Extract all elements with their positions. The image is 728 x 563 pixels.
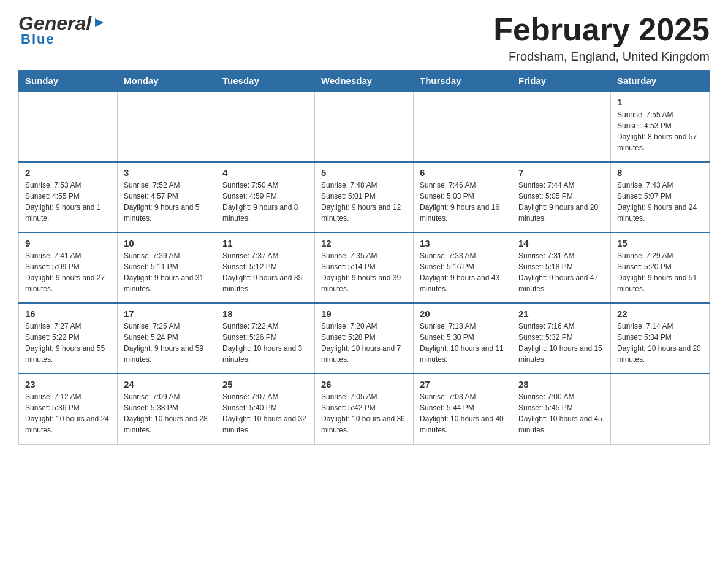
day-info: Sunrise: 7:35 AM Sunset: 5:14 PM Dayligh… xyxy=(321,250,407,294)
week-row-3: 9Sunrise: 7:41 AM Sunset: 5:09 PM Daylig… xyxy=(19,232,710,303)
day-cell: 12Sunrise: 7:35 AM Sunset: 5:14 PM Dayli… xyxy=(315,232,414,303)
day-number: 19 xyxy=(321,308,407,319)
day-cell: 14Sunrise: 7:31 AM Sunset: 5:18 PM Dayli… xyxy=(512,232,611,303)
day-info: Sunrise: 7:14 AM Sunset: 5:34 PM Dayligh… xyxy=(617,321,703,365)
day-info: Sunrise: 7:29 AM Sunset: 5:20 PM Dayligh… xyxy=(617,250,703,294)
day-cell: 25Sunrise: 7:07 AM Sunset: 5:40 PM Dayli… xyxy=(216,373,315,444)
day-info: Sunrise: 7:37 AM Sunset: 5:12 PM Dayligh… xyxy=(222,250,308,294)
day-number: 21 xyxy=(518,308,604,319)
month-title: February 2025 xyxy=(493,12,710,47)
day-info: Sunrise: 7:05 AM Sunset: 5:42 PM Dayligh… xyxy=(321,391,407,435)
week-row-1: 1Sunrise: 7:55 AM Sunset: 4:53 PM Daylig… xyxy=(19,91,710,162)
day-cell: 18Sunrise: 7:22 AM Sunset: 5:26 PM Dayli… xyxy=(216,303,315,373)
day-cell: 6Sunrise: 7:46 AM Sunset: 5:03 PM Daylig… xyxy=(414,162,512,232)
day-cell: 19Sunrise: 7:20 AM Sunset: 5:28 PM Dayli… xyxy=(315,303,414,373)
title-area: February 2025 Frodsham, England, United … xyxy=(493,12,710,64)
day-info: Sunrise: 7:09 AM Sunset: 5:38 PM Dayligh… xyxy=(124,391,210,435)
day-info: Sunrise: 7:55 AM Sunset: 4:53 PM Dayligh… xyxy=(617,109,703,153)
day-info: Sunrise: 7:18 AM Sunset: 5:30 PM Dayligh… xyxy=(420,321,506,365)
day-info: Sunrise: 7:48 AM Sunset: 5:01 PM Dayligh… xyxy=(321,180,407,224)
day-number: 25 xyxy=(222,379,308,389)
day-number: 13 xyxy=(420,238,506,248)
day-cell: 1Sunrise: 7:55 AM Sunset: 4:53 PM Daylig… xyxy=(611,91,710,162)
day-number: 17 xyxy=(124,308,210,319)
day-number: 1 xyxy=(617,97,703,107)
day-number: 5 xyxy=(321,167,407,178)
day-cell xyxy=(315,91,414,162)
day-number: 15 xyxy=(617,238,703,248)
day-cell xyxy=(19,91,118,162)
day-info: Sunrise: 7:53 AM Sunset: 4:55 PM Dayligh… xyxy=(25,180,111,224)
day-info: Sunrise: 7:31 AM Sunset: 5:18 PM Dayligh… xyxy=(518,250,604,294)
day-cell: 28Sunrise: 7:00 AM Sunset: 5:45 PM Dayli… xyxy=(512,373,611,444)
day-cell xyxy=(611,373,710,444)
day-cell: 20Sunrise: 7:18 AM Sunset: 5:30 PM Dayli… xyxy=(414,303,512,373)
day-info: Sunrise: 7:27 AM Sunset: 5:22 PM Dayligh… xyxy=(25,321,111,365)
day-number: 6 xyxy=(420,167,506,178)
header-friday: Friday xyxy=(512,71,611,92)
day-number: 9 xyxy=(25,238,111,248)
day-cell: 2Sunrise: 7:53 AM Sunset: 4:55 PM Daylig… xyxy=(19,162,118,232)
page-header: General Blue February 2025 Frodsham, Eng… xyxy=(18,12,710,64)
week-row-5: 23Sunrise: 7:12 AM Sunset: 5:36 PM Dayli… xyxy=(19,373,710,444)
day-info: Sunrise: 7:33 AM Sunset: 5:16 PM Dayligh… xyxy=(420,250,506,294)
day-number: 10 xyxy=(124,238,210,248)
header-tuesday: Tuesday xyxy=(216,71,315,92)
day-cell xyxy=(216,91,315,162)
day-info: Sunrise: 7:43 AM Sunset: 5:07 PM Dayligh… xyxy=(617,180,703,224)
day-number: 2 xyxy=(25,167,111,178)
day-cell: 4Sunrise: 7:50 AM Sunset: 4:59 PM Daylig… xyxy=(216,162,315,232)
header-sunday: Sunday xyxy=(19,71,118,92)
day-info: Sunrise: 7:50 AM Sunset: 4:59 PM Dayligh… xyxy=(222,180,308,224)
day-cell: 16Sunrise: 7:27 AM Sunset: 5:22 PM Dayli… xyxy=(19,303,118,373)
week-row-2: 2Sunrise: 7:53 AM Sunset: 4:55 PM Daylig… xyxy=(19,162,710,232)
week-row-4: 16Sunrise: 7:27 AM Sunset: 5:22 PM Dayli… xyxy=(19,303,710,373)
day-info: Sunrise: 7:44 AM Sunset: 5:05 PM Dayligh… xyxy=(518,180,604,224)
day-info: Sunrise: 7:03 AM Sunset: 5:44 PM Dayligh… xyxy=(420,391,506,435)
day-info: Sunrise: 7:41 AM Sunset: 5:09 PM Dayligh… xyxy=(25,250,111,294)
day-cell: 3Sunrise: 7:52 AM Sunset: 4:57 PM Daylig… xyxy=(118,162,216,232)
header-saturday: Saturday xyxy=(611,71,710,92)
day-cell: 7Sunrise: 7:44 AM Sunset: 5:05 PM Daylig… xyxy=(512,162,611,232)
header-monday: Monday xyxy=(118,71,216,92)
day-info: Sunrise: 7:52 AM Sunset: 4:57 PM Dayligh… xyxy=(124,180,210,224)
day-number: 24 xyxy=(124,379,210,389)
day-number: 8 xyxy=(617,167,703,178)
day-info: Sunrise: 7:07 AM Sunset: 5:40 PM Dayligh… xyxy=(222,391,308,435)
logo: General Blue xyxy=(18,12,106,47)
day-number: 22 xyxy=(617,308,703,319)
day-number: 14 xyxy=(518,238,604,248)
day-number: 11 xyxy=(222,238,308,248)
location-text: Frodsham, England, United Kingdom xyxy=(493,50,710,64)
svg-marker-0 xyxy=(95,18,104,27)
day-number: 3 xyxy=(124,167,210,178)
day-number: 26 xyxy=(321,379,407,389)
day-cell: 22Sunrise: 7:14 AM Sunset: 5:34 PM Dayli… xyxy=(611,303,710,373)
day-info: Sunrise: 7:12 AM Sunset: 5:36 PM Dayligh… xyxy=(25,391,111,435)
day-info: Sunrise: 7:16 AM Sunset: 5:32 PM Dayligh… xyxy=(518,321,604,365)
day-info: Sunrise: 7:46 AM Sunset: 5:03 PM Dayligh… xyxy=(420,180,506,224)
logo-blue-text: Blue xyxy=(21,31,55,47)
day-cell: 10Sunrise: 7:39 AM Sunset: 5:11 PM Dayli… xyxy=(118,232,216,303)
day-number: 4 xyxy=(222,167,308,178)
day-info: Sunrise: 7:25 AM Sunset: 5:24 PM Dayligh… xyxy=(124,321,210,365)
day-cell: 5Sunrise: 7:48 AM Sunset: 5:01 PM Daylig… xyxy=(315,162,414,232)
day-info: Sunrise: 7:20 AM Sunset: 5:28 PM Dayligh… xyxy=(321,321,407,365)
day-info: Sunrise: 7:22 AM Sunset: 5:26 PM Dayligh… xyxy=(222,321,308,365)
day-info: Sunrise: 7:00 AM Sunset: 5:45 PM Dayligh… xyxy=(518,391,604,435)
day-number: 7 xyxy=(518,167,604,178)
day-cell: 21Sunrise: 7:16 AM Sunset: 5:32 PM Dayli… xyxy=(512,303,611,373)
day-number: 12 xyxy=(321,238,407,248)
day-number: 27 xyxy=(420,379,506,389)
day-cell: 13Sunrise: 7:33 AM Sunset: 5:16 PM Dayli… xyxy=(414,232,512,303)
day-number: 23 xyxy=(25,379,111,389)
day-cell: 17Sunrise: 7:25 AM Sunset: 5:24 PM Dayli… xyxy=(118,303,216,373)
header-thursday: Thursday xyxy=(414,71,512,92)
header-wednesday: Wednesday xyxy=(315,71,414,92)
day-number: 28 xyxy=(518,379,604,389)
day-number: 20 xyxy=(420,308,506,319)
calendar-header-row: SundayMondayTuesdayWednesdayThursdayFrid… xyxy=(19,71,710,92)
day-cell: 11Sunrise: 7:37 AM Sunset: 5:12 PM Dayli… xyxy=(216,232,315,303)
day-cell: 24Sunrise: 7:09 AM Sunset: 5:38 PM Dayli… xyxy=(118,373,216,444)
day-number: 18 xyxy=(222,308,308,319)
